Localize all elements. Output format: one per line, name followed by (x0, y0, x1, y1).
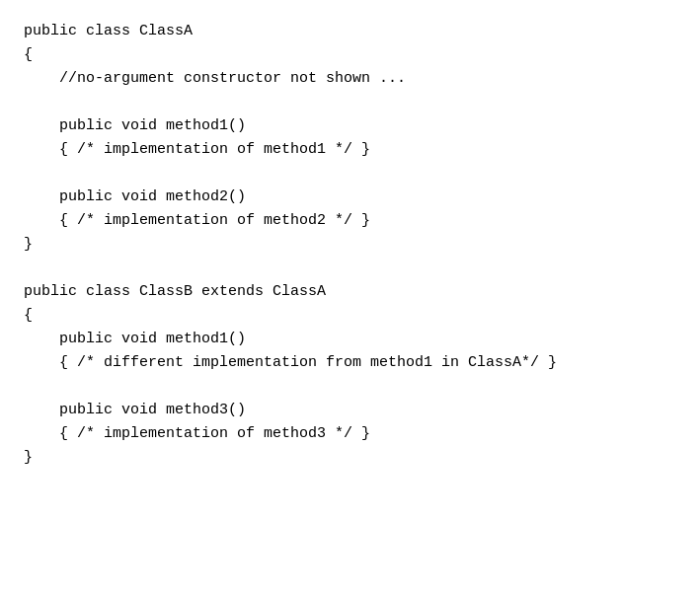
empty-line (24, 91, 676, 114)
code-display: public class ClassA{ //no-argument const… (24, 20, 676, 470)
code-line: public void method3() (24, 399, 676, 422)
code-line: { /* implementation of method2 */ } (24, 209, 676, 233)
code-line: { /* implementation of method3 */ } (24, 422, 676, 446)
code-line: public void method2() (24, 186, 676, 209)
code-line: public class ClassA (24, 20, 676, 43)
code-line: { /* different implementation from metho… (24, 351, 676, 375)
empty-line (24, 162, 676, 186)
code-line: public void method1() (24, 328, 676, 351)
code-line: } (24, 446, 676, 470)
code-line: public class ClassB extends ClassA (24, 280, 676, 304)
code-line: { (24, 43, 676, 67)
code-line: //no-argument constructor not shown ... (24, 67, 676, 91)
code-line: public void method1() (24, 114, 676, 138)
code-line: { /* implementation of method1 */ } (24, 138, 676, 162)
code-line: } (24, 233, 676, 257)
empty-line (24, 257, 676, 280)
code-line: { (24, 304, 676, 328)
empty-line (24, 375, 676, 399)
